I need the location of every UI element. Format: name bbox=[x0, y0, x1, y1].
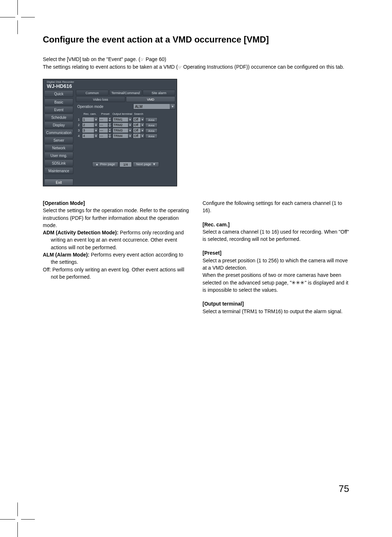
device-model: WJ-HD616 bbox=[47, 83, 72, 89]
reference-icon: ☞ bbox=[140, 56, 144, 63]
item-adm-lead: ADM (Activity Detection Mode): bbox=[43, 230, 118, 235]
chevron-down-icon: ▼ bbox=[170, 104, 175, 109]
search-dropdown[interactable]: Off▼ bbox=[133, 128, 144, 133]
col-search: Search bbox=[132, 112, 145, 116]
sidebar-item-quick[interactable]: Quick bbox=[44, 90, 73, 97]
triangle-down-icon: ▼ bbox=[152, 162, 156, 167]
chevron-down-icon: ▼ bbox=[140, 128, 144, 133]
spinner-down-icon: ▼ bbox=[108, 125, 111, 127]
intro-text: Operating Instructions (PDF)) occurrence… bbox=[182, 64, 344, 70]
preset-spinner[interactable]: ---▲▼ bbox=[99, 128, 112, 133]
output-terminal-dropdown[interactable]: TRM2▼ bbox=[113, 122, 132, 128]
item-off-lead: Off: bbox=[43, 267, 51, 272]
search-dropdown[interactable]: Off▼ bbox=[133, 117, 144, 122]
col-preset: Preset bbox=[98, 112, 112, 116]
tab-video-loss[interactable]: Video loss bbox=[76, 96, 125, 102]
output-terminal-dropdown[interactable]: TRM1▼ bbox=[113, 117, 132, 122]
output-terminal-dropdown[interactable]: TRM3▼ bbox=[113, 128, 132, 133]
preset-spinner[interactable]: ---▲▼ bbox=[99, 122, 112, 128]
output-terminal-dropdown[interactable]: TRM4▼ bbox=[113, 133, 132, 138]
search-dropdown[interactable]: Off▼ bbox=[133, 133, 144, 138]
sidebar-item-display[interactable]: Display bbox=[44, 121, 73, 128]
spinner-down-icon: ▼ bbox=[108, 136, 111, 138]
intro: Select the [VMD] tab on the "Event" page… bbox=[43, 56, 350, 71]
chevron-down-icon: ▼ bbox=[128, 134, 132, 138]
row-index: 3 bbox=[76, 129, 82, 132]
page-title: Configure the event action at a VMD occu… bbox=[43, 35, 350, 45]
table-row: 44▼---▲▼TRM4▼Off▼Area bbox=[76, 133, 175, 138]
text-preset: Select a preset position (1 to 256) to w… bbox=[203, 257, 350, 272]
tab-terminal-command[interactable]: Terminal/Command bbox=[109, 90, 142, 96]
item-off: Off: Performs only writing an event log.… bbox=[43, 266, 190, 281]
intro-text: Select the [VMD] tab on the "Event" page… bbox=[43, 56, 140, 62]
heading-operation-mode: [Operation Mode] bbox=[43, 199, 190, 207]
prev-page-button[interactable]: ▲Prev page bbox=[92, 162, 118, 167]
rec-cam-dropdown[interactable]: 3▼ bbox=[82, 128, 98, 133]
exit-button[interactable]: Exit bbox=[44, 179, 73, 186]
spinner-down-icon: ▼ bbox=[108, 130, 111, 133]
chevron-down-icon: ▼ bbox=[140, 117, 144, 122]
operation-mode-dropdown[interactable]: ALM ▼ bbox=[133, 104, 175, 109]
heading-output-terminal: [Output terminal] bbox=[203, 300, 350, 307]
chevron-down-icon: ▼ bbox=[94, 128, 98, 133]
item-alm-lead: ALM (Alarm Mode): bbox=[43, 252, 89, 258]
sidebar-item-event[interactable]: Event bbox=[44, 106, 73, 113]
item-alm: ALM (Alarm Mode): Performs every event a… bbox=[43, 251, 190, 266]
row-index: 1 bbox=[76, 118, 82, 121]
chevron-down-icon: ▼ bbox=[94, 134, 98, 138]
tab-site-alarm[interactable]: Site alarm bbox=[143, 90, 175, 96]
rec-cam-dropdown[interactable]: 2▼ bbox=[82, 122, 98, 128]
sidebar-item-user-mng[interactable]: User mng. bbox=[44, 152, 73, 159]
intro-text: The settings relating to event actions t… bbox=[43, 64, 178, 70]
prev-page-label: Prev page bbox=[100, 162, 115, 167]
right-column: Configure the following settings for eac… bbox=[203, 199, 350, 315]
intro-text: Page 60) bbox=[144, 56, 166, 62]
chevron-down-icon: ▼ bbox=[94, 117, 98, 122]
chevron-down-icon: ▼ bbox=[140, 134, 144, 138]
sidebar-item-schedule[interactable]: Schedule bbox=[44, 114, 73, 121]
preset-spinner[interactable]: ---▲▼ bbox=[99, 133, 112, 138]
chevron-down-icon: ▼ bbox=[128, 117, 132, 122]
area-button[interactable]: Area bbox=[145, 117, 158, 122]
operation-mode-label: Operation mode bbox=[76, 105, 133, 109]
operation-mode-value: ALM bbox=[134, 105, 170, 109]
rec-cam-dropdown[interactable]: 1▼ bbox=[82, 117, 98, 122]
text-output-terminal: Select a terminal (TRM1 to TRM16) to out… bbox=[203, 308, 350, 315]
sidebar-item-communication[interactable]: Communication bbox=[44, 129, 73, 136]
page-indicator: 1/4 bbox=[119, 162, 132, 167]
chevron-down-icon: ▼ bbox=[140, 123, 144, 127]
tab-vmd[interactable]: VMD bbox=[126, 96, 175, 102]
sidebar-item-sd5link[interactable]: SD5Link bbox=[44, 160, 73, 166]
sidebar-item-network[interactable]: Network bbox=[44, 144, 73, 151]
triangle-up-icon: ▲ bbox=[95, 162, 99, 167]
left-column: [Operation Mode] Select the settings for… bbox=[43, 199, 190, 315]
table-row: 11▼---▲▼TRM1▼Off▼Area bbox=[76, 117, 175, 122]
next-page-button[interactable]: Next page▼ bbox=[133, 162, 159, 167]
item-adm: ADM (Activity Detection Mode): Performs … bbox=[43, 229, 190, 251]
device-screenshot: Digital Disk Recorder WJ-HD616 Quick Bas… bbox=[43, 79, 177, 186]
sidebar-item-basic[interactable]: Basic bbox=[44, 98, 73, 105]
table-row: 33▼---▲▼TRM3▼Off▼Area bbox=[76, 128, 175, 133]
search-dropdown[interactable]: Off▼ bbox=[133, 122, 144, 128]
area-button[interactable]: Area bbox=[145, 128, 158, 133]
area-button[interactable]: Area bbox=[145, 123, 158, 128]
text-operation-mode: Select the settings for the operation mo… bbox=[43, 207, 190, 229]
text-channel-intro: Configure the following settings for eac… bbox=[203, 199, 350, 214]
col-rec-cam: Rec. cam. bbox=[82, 112, 98, 116]
sidebar-item-server[interactable]: Server bbox=[44, 137, 73, 144]
row-index: 2 bbox=[76, 123, 82, 127]
sidebar: Quick Basic Event Schedule Display Commu… bbox=[43, 90, 74, 186]
preset-spinner[interactable]: ---▲▼ bbox=[99, 117, 112, 122]
heading-preset: [Preset] bbox=[203, 249, 350, 257]
area-button[interactable]: Area bbox=[145, 134, 158, 138]
rec-cam-dropdown[interactable]: 4▼ bbox=[82, 133, 98, 138]
sidebar-item-maintenance[interactable]: Maintenance bbox=[44, 167, 73, 174]
chevron-down-icon: ▼ bbox=[128, 128, 132, 133]
chevron-down-icon: ▼ bbox=[128, 123, 132, 127]
tab-common[interactable]: Common bbox=[76, 90, 109, 96]
next-page-label: Next page bbox=[136, 162, 151, 167]
item-off-body: Performs only writing an event log. Othe… bbox=[51, 267, 184, 280]
table-header: Rec. cam. Preset Output terminal Search bbox=[76, 112, 175, 116]
row-index: 4 bbox=[76, 134, 82, 138]
table-row: 22▼---▲▼TRM2▼Off▼Area bbox=[76, 122, 175, 128]
